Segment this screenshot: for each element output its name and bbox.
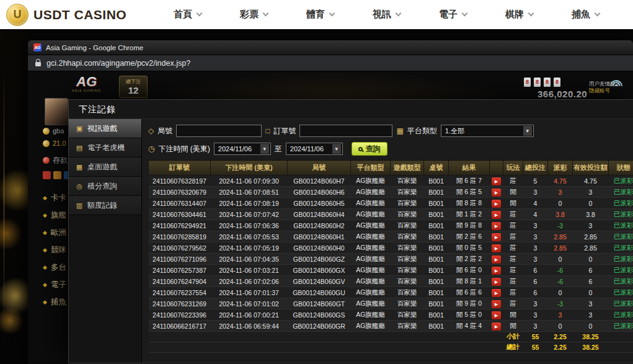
cell-game: 百家樂	[391, 287, 424, 298]
replay-button[interactable]: ▶	[492, 267, 501, 275]
replay-button[interactable]: ▶	[492, 177, 501, 185]
browser-urlbar[interactable]: gci.2hhapi.com/agingame/pcv2/index.jsp?	[28, 55, 633, 71]
cell-result: 閒 1 莊 2	[449, 209, 490, 220]
cell-game: 百家樂	[391, 298, 424, 309]
replay-button[interactable]: ▶	[492, 244, 501, 252]
cell-replay: ▶	[490, 187, 503, 198]
cell-platform: AG旗艦廳	[351, 220, 391, 231]
replay-button[interactable]: ▶	[492, 311, 501, 319]
cell-valid-bet: 3	[573, 298, 609, 309]
cell-total-bet: 3	[523, 242, 548, 254]
deposit-button[interactable]: 存款	[43, 155, 68, 166]
cell-table-no: B001	[424, 321, 449, 332]
menu-item-table-games[interactable]: ▦桌面遊戲	[69, 158, 141, 177]
cell-replay: ▶	[490, 220, 503, 231]
menu-item-points-search[interactable]: ◎積分查詢	[69, 177, 141, 196]
cell-payout: -6	[548, 265, 573, 276]
nav-item-sports[interactable]: 體育	[306, 9, 334, 20]
cell-play-type: 莊	[503, 231, 523, 242]
cell-total-bet: 3	[523, 254, 548, 265]
replay-button[interactable]: ▶	[492, 189, 501, 197]
nav-item-label: 視訊	[373, 9, 391, 20]
date-to-value: 2024/11/06	[290, 145, 324, 153]
menu-item-quota-record[interactable]: ▥額度記錄	[69, 196, 141, 215]
cell-result: 閒 9 莊 8	[449, 220, 490, 231]
cell-time: 2024-11-06 07:03:21	[211, 265, 288, 276]
magnifier-icon	[358, 147, 363, 151]
left-artwork	[0, 29, 28, 364]
menu-item-label: 桌面遊戲	[87, 162, 117, 172]
cell-status: 已派彩	[609, 254, 633, 265]
date-from-select[interactable]: 2024/11/06 ▼	[214, 143, 271, 155]
cell-game: 百家樂	[391, 220, 424, 231]
cell-total-bet: 6	[523, 265, 548, 276]
chevron-down-icon	[462, 11, 468, 17]
site-header: U USDT CASINO 首頁彩票體育視訊電子棋牌捕魚	[0, 0, 633, 29]
cell-round: GB00124B060GU	[288, 287, 351, 298]
cell-platform: AG旗艦廳	[351, 198, 391, 209]
cell-order: 241106076257387	[149, 265, 211, 276]
menu-item-video-camera[interactable]: ▣視訊遊戲	[69, 119, 141, 138]
replay-button[interactable]: ▶	[492, 322, 501, 331]
platform-select[interactable]: 1.全部 ▼	[441, 125, 534, 137]
cell-order: 241106076231269	[149, 298, 211, 309]
cell-time: 2024-11-06 07:02:06	[211, 276, 288, 287]
cell-total-bet: 3	[523, 220, 548, 231]
nav-item-slots[interactable]: 電子	[439, 9, 467, 20]
cell-payout: 2.85	[548, 242, 573, 254]
nav-item-chess[interactable]: 棋牌	[505, 9, 533, 20]
total-valid-bet: 38.25	[573, 342, 609, 353]
modal-content: ◇ 局號 □ 訂單號 ▦ 平台類型 1.全部 ▼ ◷	[142, 118, 633, 363]
cell-total-bet: 3	[523, 187, 548, 198]
cell-platform: AG旗艦廳	[351, 309, 391, 321]
bet-row: 2411060662167172024-11-06 06:59:44GB0012…	[149, 321, 633, 332]
bet-row: 2411060762858192024-11-06 07:05:53GB0012…	[149, 231, 633, 242]
cell-time: 2024-11-06 07:05:19	[211, 242, 288, 254]
cell-order: 241106076328197	[149, 175, 211, 187]
user-balance: 21.0	[53, 140, 66, 147]
cell-status: 已派彩	[609, 242, 633, 254]
cell-game: 百家樂	[391, 231, 424, 242]
replay-button[interactable]: ▶	[492, 211, 501, 219]
replay-button[interactable]: ▶	[492, 278, 501, 286]
order-input[interactable]	[299, 125, 392, 137]
bet-table-body: 2411060763281972024-11-06 07:09:30GB0012…	[149, 175, 633, 353]
cell-valid-bet: 3	[573, 187, 609, 198]
cell-order: 241106076247904	[149, 276, 211, 287]
cell-platform: AG旗艦廳	[351, 242, 391, 254]
order-label: 訂單號	[273, 126, 296, 136]
nav-item-home[interactable]: 首頁	[174, 9, 201, 20]
menu-item-slot-machine[interactable]: ▤電子老虎機	[69, 138, 141, 158]
replay-button[interactable]: ▶	[492, 255, 501, 264]
quota-record-icon: ▥	[75, 202, 84, 210]
column-header: 玩法	[503, 161, 523, 175]
replay-button[interactable]: ▶	[492, 222, 501, 230]
nav-item-fishing[interactable]: 捕魚	[572, 9, 600, 20]
cell-game: 百家樂	[391, 175, 424, 187]
replay-button[interactable]: ▶	[492, 200, 501, 208]
nav-item-lottery[interactable]: 彩票	[240, 9, 268, 20]
cell-table-no: B001	[424, 254, 449, 265]
replay-button[interactable]: ▶	[492, 233, 501, 241]
replay-button[interactable]: ▶	[492, 289, 501, 297]
cell-table-no: B001	[424, 209, 449, 220]
round-label: 局號	[157, 126, 172, 136]
search-button[interactable]: 查詢	[352, 142, 387, 156]
cell-payout: -3	[548, 220, 573, 231]
site-logo[interactable]: U USDT CASINO	[6, 4, 148, 26]
column-header: 訂單號	[149, 161, 211, 175]
date-to-select[interactable]: 2024/11/06 ▼	[286, 143, 343, 155]
cell-order: 241106076285819	[149, 231, 211, 242]
cell-payout: 0	[548, 254, 573, 265]
cell-table-no: B001	[424, 175, 449, 187]
browser-titlebar[interactable]: AG Asia Gaming - Google Chrome	[28, 40, 633, 55]
column-header: 總投注	[523, 161, 548, 175]
cell-order: 241106076271096	[149, 254, 211, 265]
nav-item-live[interactable]: 視訊	[373, 9, 401, 20]
nav-item-label: 棋牌	[505, 9, 524, 20]
cell-game: 百家樂	[391, 309, 424, 321]
column-header: 有效投注額	[573, 161, 609, 175]
round-input[interactable]	[176, 125, 262, 137]
replay-button[interactable]: ▶	[492, 300, 501, 308]
search-button-label: 查詢	[366, 144, 381, 154]
